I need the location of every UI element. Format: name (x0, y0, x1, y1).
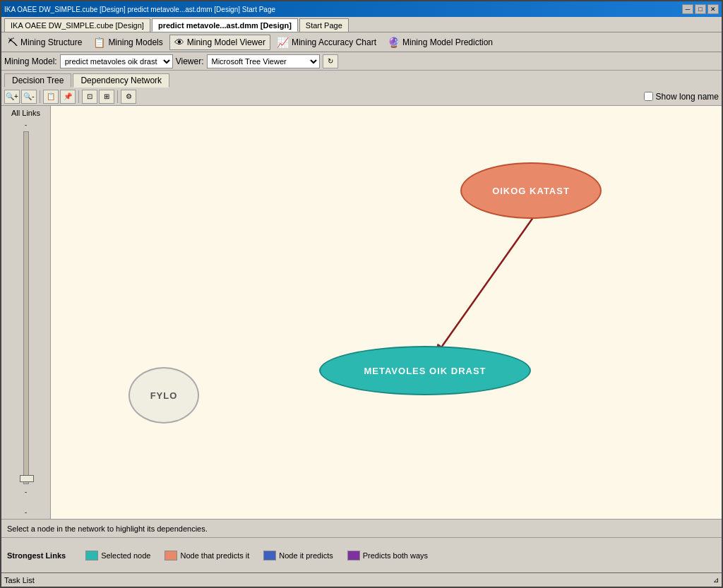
menu-mining-accuracy[interactable]: 📈 Mining Accuracy Chart (272, 35, 381, 50)
tab-bar: IKA OAEE DW_SIMPLE.cube [Design] predict… (1, 17, 722, 32)
slider-dash-1: - (25, 120, 28, 128)
maximize-button[interactable]: □ (695, 4, 706, 14)
divider-1 (40, 90, 40, 103)
divider-2 (78, 90, 79, 103)
options-button[interactable]: ⚙ (121, 90, 136, 104)
show-long-name-label: Show long name (656, 92, 719, 102)
viewer-label: Viewer: (176, 56, 204, 66)
mining-prediction-icon: 🔮 (388, 37, 400, 48)
legend-node-it-predicts-color (263, 551, 276, 560)
mining-models-label: Mining Models (108, 37, 162, 47)
menu-mining-structure[interactable]: ⛏ Mining Structure (3, 35, 87, 50)
title-text: IKA OAEE DW_SIMPLE.cube [Design] predict… (4, 6, 275, 13)
title-bar-text: IKA OAEE DW_SIMPLE.cube [Design] predict… (4, 6, 682, 13)
menu-mining-model-viewer[interactable]: 👁 Mining Model Viewer (169, 35, 270, 50)
menu-mining-models[interactable]: 📋 Mining Models (88, 35, 167, 50)
legend-node-it-predicts-label: Node it predicts (279, 551, 333, 560)
legend-title: Strongest Links (7, 551, 66, 560)
viewer-select[interactable]: Microsoft Tree Viewer (207, 54, 320, 68)
refresh-button[interactable]: ↻ (323, 54, 338, 68)
slider-dash-3: - (25, 508, 28, 516)
legend: Strongest Links Selected node Node that … (1, 537, 722, 572)
mining-models-icon: 📋 (93, 37, 105, 48)
legend-selected-node-label: Selected node (101, 551, 150, 560)
sub-tab-bar: Decision Tree Dependency Network (1, 71, 722, 88)
expand-button[interactable]: ⊞ (99, 90, 114, 104)
legend-node-predicts: Node that predicts it (165, 551, 249, 560)
legend-node-predicts-color (165, 551, 177, 560)
mining-model-select[interactable]: predict metavoles oik drast (60, 54, 173, 68)
node-oikog-katast-label: OIKOG KATAST (492, 186, 570, 196)
legend-selected-node-color (85, 551, 98, 560)
legend-node-it-predicts: Node it predicts (263, 551, 333, 560)
show-long-name-checkbox[interactable] (644, 92, 653, 101)
mining-model-label: Mining Model: (4, 56, 57, 66)
close-button[interactable]: ✕ (707, 4, 719, 14)
mining-model-viewer-icon: 👁 (174, 37, 184, 48)
mining-structure-icon: ⛏ (8, 37, 18, 48)
viewer-controls: 🔍+ 🔍- 📋 📌 ⊡ ⊞ ⚙ Show long name (1, 88, 722, 106)
node-fylo[interactable]: FYLO (129, 367, 199, 424)
mining-structure-label: Mining Structure (20, 37, 82, 47)
dependency-arrows (51, 106, 722, 519)
minimize-button[interactable]: ─ (682, 4, 693, 14)
svg-line-1 (434, 215, 535, 358)
mining-accuracy-label: Mining Accuracy Chart (292, 37, 376, 47)
menu-bar: ⛏ Mining Structure 📋 Mining Models 👁 Min… (1, 32, 722, 52)
bottom-info-text: Select a node in the network to highligh… (7, 524, 208, 533)
copy-button[interactable]: 📋 (43, 90, 59, 104)
zoom-out-button[interactable]: 🔍- (21, 90, 37, 104)
legend-predicts-both-label: Predicts both ways (363, 551, 428, 560)
model-toolbar: Mining Model: predict metavoles oik dras… (1, 52, 722, 71)
sidebar: All Links - - - (1, 106, 51, 519)
menu-mining-prediction[interactable]: 🔮 Mining Model Prediction (383, 35, 498, 50)
node-fylo-label: FYLO (150, 390, 178, 401)
legend-predicts-both: Predicts both ways (347, 551, 428, 560)
bottom-info: Select a node in the network to highligh… (1, 519, 722, 537)
title-bar: IKA OAEE DW_SIMPLE.cube [Design] predict… (1, 1, 722, 17)
slider-dash-2: - (25, 487, 28, 496)
legend-predicts-both-color (347, 551, 360, 560)
slider-container: - - - (23, 120, 29, 516)
fit-button[interactable]: ⊡ (82, 90, 97, 104)
main-content: All Links - - - (1, 106, 722, 519)
all-links-label: All Links (11, 109, 40, 117)
divider-3 (117, 90, 118, 103)
status-text: Task List (4, 576, 35, 584)
mining-accuracy-icon: 📈 (277, 37, 289, 48)
tab-start[interactable]: Start Page (299, 18, 349, 32)
status-bar: Task List ⊿ (1, 572, 722, 587)
tab-dmm[interactable]: predict metavole...ast.dmm [Design] (152, 18, 298, 32)
node-metavoles-label: METAVOLES OIK DRAST (364, 366, 486, 376)
node-metavoles-oik-drast[interactable]: METAVOLES OIK DRAST (319, 346, 531, 395)
node-oikog-katast[interactable]: OIKOG KATAST (460, 162, 602, 219)
resize-handle[interactable]: ⊿ (713, 576, 719, 584)
tab-cube[interactable]: IKA OAEE DW_SIMPLE.cube [Design] (4, 18, 150, 32)
paste-button[interactable]: 📌 (60, 90, 76, 104)
slider-thumb[interactable] (20, 475, 34, 482)
mining-model-viewer-label: Mining Model Viewer (187, 37, 265, 47)
tab-decision-tree[interactable]: Decision Tree (4, 73, 71, 88)
network-canvas[interactable]: OIKOG KATAST METAVOLES OIK DRAST FYLO HP… (51, 106, 722, 519)
mining-prediction-label: Mining Model Prediction (402, 37, 493, 47)
zoom-in-button[interactable]: 🔍+ (4, 90, 20, 104)
slider-track[interactable] (23, 131, 29, 484)
legend-node-predicts-label: Node that predicts it (180, 551, 249, 560)
tab-dependency-network[interactable]: Dependency Network (73, 73, 169, 88)
legend-selected-node: Selected node (85, 551, 150, 560)
show-long-name-container: Show long name (644, 92, 719, 102)
title-bar-buttons: ─ □ ✕ (682, 4, 719, 14)
